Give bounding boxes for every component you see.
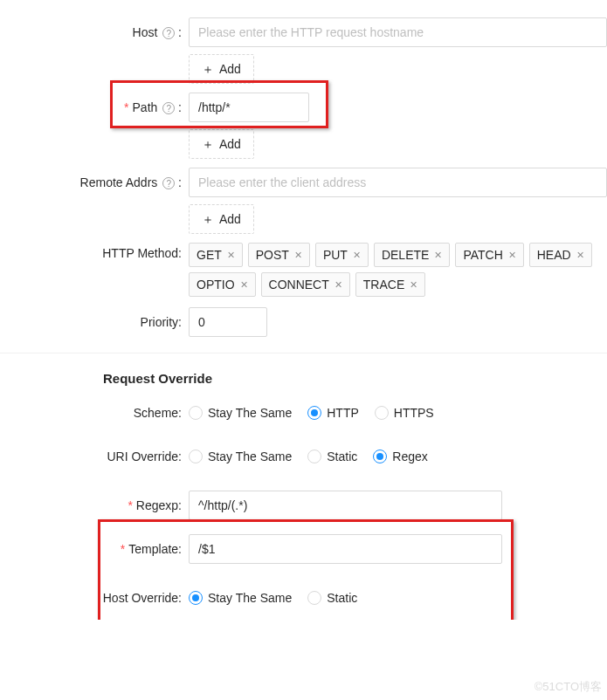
method-tag[interactable]: HEAD✕ [529, 243, 592, 267]
scheme-radio[interactable]: HTTP [307, 406, 359, 420]
path-label: *Path ? : [0, 100, 189, 115]
help-icon[interactable]: ? [162, 102, 175, 114]
scheme-label: Scheme: [0, 406, 189, 420]
close-icon[interactable]: ✕ [240, 279, 248, 291]
plus-icon: ＋ [202, 63, 214, 75]
path-add-button[interactable]: ＋ Add [189, 129, 254, 159]
template-input[interactable] [189, 534, 502, 564]
radio-icon [307, 450, 321, 463]
host-input[interactable] [189, 17, 607, 47]
uri-override-radio[interactable]: Regex [373, 450, 427, 463]
path-input[interactable] [189, 93, 309, 122]
method-tag[interactable]: CONNECT✕ [261, 272, 350, 297]
remote-input[interactable] [189, 168, 607, 197]
method-tag[interactable]: POST✕ [248, 243, 310, 267]
radio-icon [189, 591, 203, 605]
priority-label: Priority: [0, 315, 189, 329]
plus-icon: ＋ [202, 138, 214, 150]
method-tag[interactable]: DELETE✕ [374, 243, 450, 267]
method-label: HTTP Method: [0, 243, 189, 260]
regexp-input[interactable] [189, 491, 502, 520]
close-icon[interactable]: ✕ [434, 250, 442, 261]
scheme-radio[interactable]: HTTPS [375, 406, 434, 420]
method-tag[interactable]: TRACE✕ [355, 272, 425, 297]
method-tag[interactable]: GET✕ [189, 243, 243, 267]
template-label: *Template: [0, 542, 189, 556]
close-icon[interactable]: ✕ [353, 250, 361, 261]
plus-icon: ＋ [202, 213, 214, 225]
method-tag[interactable]: PUT✕ [315, 243, 369, 267]
close-icon[interactable]: ✕ [227, 250, 235, 261]
radio-icon [189, 450, 203, 463]
priority-input[interactable] [189, 307, 267, 337]
uri-override-radio[interactable]: Static [307, 450, 357, 463]
host-override-radio[interactable]: Stay The Same [189, 591, 292, 605]
regexp-label: *Regexp: [0, 498, 189, 512]
radio-icon [189, 406, 203, 420]
close-icon[interactable]: ✕ [335, 279, 342, 291]
help-icon[interactable]: ? [162, 27, 175, 39]
host-override-radio[interactable]: Static [307, 591, 357, 605]
radio-icon [307, 591, 321, 605]
method-tag[interactable]: PATCH✕ [455, 243, 523, 267]
close-icon[interactable]: ✕ [410, 279, 417, 291]
remote-add-button[interactable]: ＋ Add [189, 204, 254, 234]
uri-override-label: URI Override: [0, 450, 189, 463]
request-override-title: Request Override [103, 371, 607, 386]
host-add-button[interactable]: ＋ Add [189, 54, 254, 84]
radio-icon [373, 450, 387, 463]
radio-icon [307, 406, 321, 420]
close-icon[interactable]: ✕ [508, 250, 516, 261]
radio-icon [375, 406, 389, 420]
host-label: Host ? : [0, 25, 189, 40]
close-icon[interactable]: ✕ [294, 250, 302, 261]
remote-label: Remote Addrs ? : [0, 175, 189, 190]
scheme-radio[interactable]: Stay The Same [189, 406, 292, 420]
method-tag[interactable]: OPTIO✕ [189, 272, 256, 297]
host-override-label: Host Override: [0, 591, 189, 605]
help-icon[interactable]: ? [162, 177, 175, 189]
uri-override-radio[interactable]: Stay The Same [189, 450, 292, 463]
close-icon[interactable]: ✕ [576, 250, 584, 261]
